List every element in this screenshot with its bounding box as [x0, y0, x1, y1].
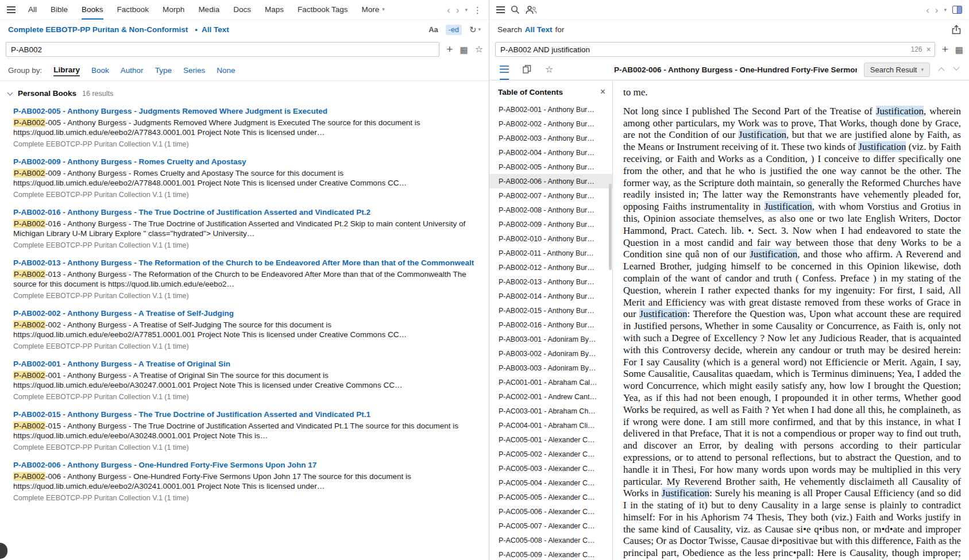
tab-maps[interactable]: Maps — [265, 0, 284, 20]
toc-item[interactable]: P-AC005-005 - Alexander C… — [489, 490, 612, 504]
add-icon[interactable]: + — [942, 44, 948, 55]
close-icon[interactable]: × — [600, 87, 605, 97]
toc-item[interactable]: P-AB002-005 - Anthony Bur… — [489, 160, 612, 174]
tab-factbook-tags[interactable]: Factbook Tags — [298, 0, 348, 20]
stemming-toggle[interactable]: -ed — [446, 25, 462, 35]
tab-table-of-contents[interactable] — [500, 60, 509, 80]
chevron-down-icon[interactable]: ▾ — [944, 7, 947, 13]
toc-item[interactable]: P-AB002-006 - Anthony Bur… — [489, 174, 612, 188]
result-title-link[interactable]: P-AB002-005 - Anthony Burgess - Judgment… — [13, 107, 474, 115]
results-section-header[interactable]: Personal Books 16 results — [8, 89, 474, 98]
next-result-icon[interactable] — [953, 64, 959, 70]
panel-menu-icon[interactable] — [7, 6, 16, 13]
search-history-control[interactable]: ↻ ▾ — [469, 25, 481, 34]
group-by-none[interactable]: None — [217, 65, 235, 76]
search-result-button[interactable]: Search Result ▾ — [864, 63, 930, 77]
chevron-down-icon[interactable]: ▾ — [465, 7, 468, 13]
toc-item[interactable]: P-AC005-002 - Alexander C… — [489, 447, 612, 461]
tab-morph[interactable]: Morph — [163, 0, 184, 20]
group-by-library[interactable]: Library — [53, 64, 80, 76]
group-by-author[interactable]: Author — [121, 65, 144, 76]
previous-result-icon[interactable] — [938, 67, 944, 74]
tab-bookmarks[interactable]: ☆ — [545, 60, 553, 80]
toc-item[interactable]: P-AB002-014 - Anthony Bur… — [489, 289, 612, 303]
grid-view-icon[interactable]: ▦ — [955, 45, 963, 54]
group-by-series[interactable]: Series — [183, 65, 205, 76]
result-title-link[interactable]: P-AB002-009 - Anthony Burgess - Romes Cr… — [13, 157, 474, 166]
add-icon[interactable]: + — [446, 44, 453, 55]
group-by-type[interactable]: Type — [155, 65, 172, 76]
tab-parallel-pages[interactable] — [523, 60, 531, 80]
document-header: ☆ P-AB002-006 - Anthony Burgess - One-Hu… — [489, 60, 969, 80]
toc-item[interactable]: P-AB002-015 - Anthony Bur… — [489, 303, 612, 318]
result-title-link[interactable]: P-AB002-015 - Anthony Burgess - The True… — [13, 410, 474, 419]
back-icon[interactable]: ‹ — [447, 5, 450, 15]
toc-item[interactable]: P-AC005-001 - Alexander C… — [489, 432, 612, 447]
share-icon[interactable] — [952, 25, 961, 34]
match-case-icon[interactable]: Aa — [428, 25, 438, 34]
search-icon[interactable] — [511, 5, 520, 14]
toc-item[interactable]: P-AC004-001 - Abraham Cli… — [489, 418, 612, 432]
panel-menu-icon[interactable] — [496, 6, 505, 13]
query-input[interactable] — [500, 43, 906, 56]
clear-search-icon[interactable]: × — [926, 45, 931, 53]
toc-item[interactable]: P-AC005-009 - Alexander C… — [489, 547, 612, 560]
collection-scope-link[interactable]: Complete EEBOTP-PP Puritan & Non-Conform… — [8, 25, 188, 34]
toc-item[interactable]: P-AC005-004 - Alexander C… — [489, 476, 612, 490]
forward-icon[interactable]: › — [935, 5, 939, 15]
search-input[interactable] — [11, 43, 435, 56]
tab-media[interactable]: Media — [198, 0, 219, 20]
tab-all[interactable]: All — [28, 0, 37, 20]
search-fields-link[interactable]: All Text — [202, 25, 229, 34]
result-title-link[interactable]: P-AB002-002 - Anthony Burgess - A Treati… — [13, 309, 474, 318]
toc-item[interactable]: P-AB002-003 - Anthony Bur… — [489, 131, 612, 145]
section-title: Personal Books — [18, 89, 76, 98]
toc-item[interactable]: P-AB003-001 - Adoniram By… — [489, 332, 612, 346]
group-by-label: Group by: — [8, 66, 42, 75]
toc-item[interactable]: P-AC003-001 - Abraham Ch… — [489, 404, 612, 418]
toc-item[interactable]: P-AB002-009 - Anthony Bur… — [489, 217, 612, 231]
search-fields-link[interactable]: All Text — [525, 25, 553, 34]
toc-item[interactable]: P-AC005-006 - Alexander C… — [489, 504, 612, 519]
tab-factbook[interactable]: Factbook — [117, 0, 149, 20]
toc-item[interactable]: P-AB002-011 - Anthony Bur… — [489, 246, 612, 260]
toc-item[interactable]: P-AB002-004 - Anthony Bur… — [489, 145, 612, 160]
toc-item[interactable]: P-AC005-003 - Alexander C… — [489, 461, 612, 476]
toc-item[interactable]: P-AC002-001 - Andrew Cant… — [489, 389, 612, 404]
toc-item[interactable]: P-AB002-016 - Anthony Bur… — [489, 318, 612, 332]
toc-scrollbar[interactable] — [609, 184, 612, 270]
chevron-down-icon: ▾ — [478, 27, 481, 32]
forward-icon[interactable]: › — [456, 5, 460, 15]
toc-item[interactable]: P-AB002-012 - Anthony Bur… — [489, 260, 612, 275]
toc-item[interactable]: P-AB003-002 - Adoniram By… — [489, 346, 612, 361]
result-item: P-AB002-006 - Anthony Burgess - One-Hund… — [13, 461, 474, 502]
toc-item[interactable]: P-AB002-010 - Anthony Bur… — [489, 231, 612, 246]
result-title-link[interactable]: P-AB002-016 - Anthony Burgess - The True… — [13, 208, 474, 217]
scope-prefix: Search — [497, 25, 522, 34]
group-by-book[interactable]: Book — [91, 65, 109, 76]
tab-books[interactable]: Books — [82, 0, 103, 20]
toc-item[interactable]: P-AB003-003 - Adoniram By… — [489, 361, 612, 375]
toc-item[interactable]: P-AC005-007 - Alexander C… — [489, 519, 612, 533]
toc-item[interactable]: P-AB002-002 - Anthony Bur… — [489, 117, 612, 131]
toc-item[interactable]: P-AB002-001 - Anthony Bur… — [489, 102, 612, 117]
toc-item[interactable]: P-AC001-001 - Abraham Cal… — [489, 375, 612, 389]
kebab-menu-icon[interactable]: ⋮ — [473, 6, 482, 14]
layout-columns-icon[interactable] — [952, 6, 962, 14]
tab-bible[interactable]: Bible — [51, 0, 68, 20]
save-search-star-icon[interactable]: ☆ — [475, 45, 483, 54]
back-icon[interactable]: ‹ — [926, 5, 929, 15]
history-icon: ↻ — [469, 25, 477, 34]
tab-docs[interactable]: Docs — [233, 0, 251, 20]
result-source: Complete EEBOTCP-PP Puritan Collection V… — [13, 393, 474, 401]
grid-view-icon[interactable]: ▦ — [460, 45, 468, 54]
result-title-link[interactable]: P-AB002-006 - Anthony Burgess - One-Hund… — [13, 461, 474, 469]
toc-item[interactable]: P-AB002-008 - Anthony Bur… — [489, 203, 612, 217]
result-title-link[interactable]: P-AB002-001 - Anthony Burgess - A Treati… — [13, 360, 474, 368]
toc-item[interactable]: P-AC005-008 - Alexander C… — [489, 533, 612, 547]
toc-item[interactable]: P-AB002-013 - Anthony Bur… — [489, 275, 612, 289]
result-title-link[interactable]: P-AB002-013 - Anthony Burgess - The Refo… — [13, 258, 474, 267]
people-icon[interactable] — [526, 6, 537, 14]
tab-more[interactable]: More▾ — [362, 0, 385, 20]
toc-item[interactable]: P-AB002-007 - Anthony Bur… — [489, 188, 612, 203]
